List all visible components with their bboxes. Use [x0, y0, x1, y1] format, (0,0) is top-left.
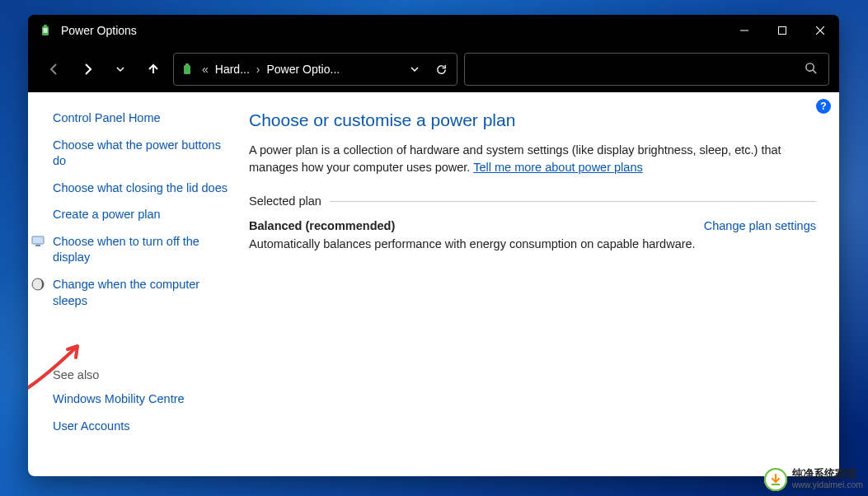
close-button[interactable]	[801, 15, 839, 46]
watermark-url: www.yidaimei.com	[792, 480, 863, 490]
svg-rect-1	[44, 25, 47, 27]
svg-rect-8	[185, 63, 189, 66]
svg-rect-11	[32, 236, 44, 244]
plan-description: Automatically balances performance with …	[249, 237, 816, 250]
help-icon[interactable]: ?	[816, 99, 831, 114]
back-button[interactable]	[41, 56, 68, 82]
minimize-button[interactable]	[725, 15, 763, 46]
divider	[330, 201, 816, 202]
watermark-badge-icon	[764, 468, 787, 491]
sidebar-link-turn-off-display[interactable]: Choose when to turn off the display	[53, 234, 228, 266]
maximize-button[interactable]	[763, 15, 801, 46]
recent-dropdown-button[interactable]	[107, 56, 134, 82]
sidebar-link-computer-sleeps[interactable]: Change when the computer sleeps	[53, 277, 228, 309]
moon-icon	[31, 278, 45, 291]
up-button[interactable]	[140, 56, 167, 82]
change-plan-settings-link[interactable]: Change plan settings	[704, 219, 816, 232]
svg-line-10	[813, 70, 816, 73]
control-panel-home-link[interactable]: Control Panel Home	[53, 110, 228, 127]
window-frame: Power Options « Hard... ›	[28, 15, 839, 476]
page-description: A power plan is a collection of hardware…	[249, 142, 809, 176]
svg-point-9	[806, 63, 814, 70]
see-also-mobility-centre[interactable]: Windows Mobility Centre	[53, 391, 228, 408]
window-title: Power Options	[61, 24, 725, 37]
forward-button[interactable]	[74, 56, 101, 82]
selected-plan-label: Selected plan	[249, 194, 330, 208]
battery-icon	[38, 23, 53, 38]
search-input[interactable]	[464, 53, 829, 86]
sidebar-link-power-buttons[interactable]: Choose what the power buttons do	[53, 138, 228, 170]
refresh-button[interactable]	[430, 58, 452, 80]
learn-more-link[interactable]: Tell me more about power plans	[473, 161, 643, 174]
sidebar-item-label: Choose when to turn off the display	[53, 235, 199, 264]
nav-toolbar: « Hard... › Power Optio...	[28, 46, 839, 92]
svg-rect-2	[44, 28, 48, 33]
search-icon	[805, 62, 817, 77]
svg-rect-7	[184, 65, 190, 74]
plan-name: Balanced (recommended)	[249, 219, 704, 232]
svg-rect-12	[35, 245, 40, 246]
breadcrumb-dropdown[interactable]	[404, 58, 425, 80]
sidebar: Control Panel Home Choose what the power…	[28, 92, 239, 476]
sidebar-link-create-plan[interactable]: Create a power plan	[53, 207, 228, 223]
page-heading: Choose or customise a power plan	[249, 110, 816, 130]
overflow-chevrons[interactable]: «	[200, 63, 210, 76]
breadcrumb-hardware[interactable]: Hard...	[215, 63, 250, 76]
battery-icon	[179, 61, 195, 77]
sidebar-link-close-lid[interactable]: Choose what closing the lid does	[53, 180, 228, 197]
breadcrumb-bar[interactable]: « Hard... › Power Optio...	[173, 53, 457, 86]
breadcrumb-power-options[interactable]: Power Optio...	[266, 63, 340, 76]
watermark-title: 纯净系统家园	[792, 469, 863, 480]
see-also-user-accounts[interactable]: User Accounts	[53, 419, 228, 435]
titlebar: Power Options	[28, 15, 839, 46]
see-also-heading: See also	[53, 368, 228, 381]
main-panel: Choose or customise a power plan A power…	[239, 92, 839, 476]
watermark: 纯净系统家园 www.yidaimei.com	[764, 468, 863, 491]
content-area: ? Control Panel Home Choose what the pow…	[28, 92, 839, 476]
svg-rect-4	[779, 27, 786, 35]
chevron-right-icon: ›	[255, 63, 262, 76]
display-icon	[31, 235, 45, 248]
sidebar-item-label: Change when the computer sleeps	[53, 278, 199, 307]
